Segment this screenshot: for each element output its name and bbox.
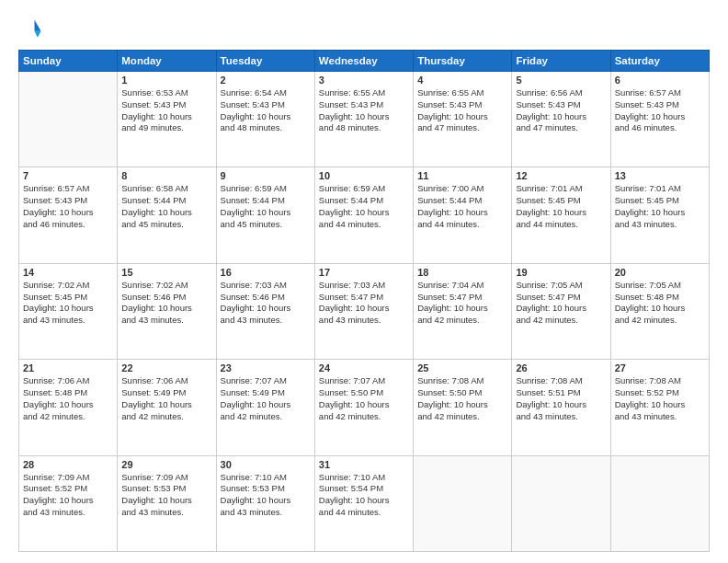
day-number: 3 xyxy=(319,75,409,86)
calendar-cell: 26Sunrise: 7:08 AMSunset: 5:51 PMDayligh… xyxy=(512,360,610,455)
day-number: 21 xyxy=(23,362,113,373)
svg-marker-2 xyxy=(35,31,41,38)
calendar-cell: 7Sunrise: 6:57 AMSunset: 5:43 PMDaylight… xyxy=(19,167,118,263)
day-info: Sunrise: 7:06 AMSunset: 5:49 PMDaylight:… xyxy=(121,375,211,422)
day-number: 1 xyxy=(121,75,211,86)
header xyxy=(18,17,710,42)
day-info: Sunrise: 7:01 AMSunset: 5:45 PMDaylight:… xyxy=(615,183,705,230)
day-info: Sunrise: 7:08 AMSunset: 5:50 PMDaylight:… xyxy=(417,375,507,422)
day-info: Sunrise: 7:08 AMSunset: 5:51 PMDaylight:… xyxy=(516,375,606,422)
calendar-cell: 17Sunrise: 7:03 AMSunset: 5:47 PMDayligh… xyxy=(314,263,413,359)
day-number: 14 xyxy=(23,267,113,278)
day-number: 9 xyxy=(221,170,311,181)
calendar-cell: 5Sunrise: 6:56 AMSunset: 5:43 PMDaylight… xyxy=(512,72,610,167)
day-info: Sunrise: 6:55 AMSunset: 5:43 PMDaylight:… xyxy=(417,87,507,134)
day-number: 26 xyxy=(516,362,606,373)
calendar-cell: 14Sunrise: 7:02 AMSunset: 5:45 PMDayligh… xyxy=(19,263,118,359)
day-number: 19 xyxy=(516,267,606,278)
day-info: Sunrise: 7:05 AMSunset: 5:47 PMDaylight:… xyxy=(516,280,606,327)
day-info: Sunrise: 6:59 AMSunset: 5:44 PMDaylight:… xyxy=(319,183,409,230)
calendar-cell xyxy=(610,455,709,551)
calendar-cell: 1Sunrise: 6:53 AMSunset: 5:43 PMDaylight… xyxy=(118,72,216,167)
day-number: 5 xyxy=(516,75,606,86)
calendar-cell: 20Sunrise: 7:05 AMSunset: 5:48 PMDayligh… xyxy=(610,263,709,359)
day-info: Sunrise: 7:01 AMSunset: 5:45 PMDaylight:… xyxy=(516,183,606,230)
week-row-3: 21Sunrise: 7:06 AMSunset: 5:48 PMDayligh… xyxy=(19,360,710,455)
day-number: 2 xyxy=(221,75,311,86)
logo xyxy=(18,17,48,42)
weekday-header-tuesday: Tuesday xyxy=(216,51,314,72)
day-number: 20 xyxy=(615,267,705,278)
day-info: Sunrise: 7:10 AMSunset: 5:53 PMDaylight:… xyxy=(221,472,311,519)
svg-marker-1 xyxy=(35,20,41,31)
day-info: Sunrise: 7:00 AMSunset: 5:44 PMDaylight:… xyxy=(417,183,507,230)
day-info: Sunrise: 7:07 AMSunset: 5:49 PMDaylight:… xyxy=(221,375,311,422)
day-number: 15 xyxy=(121,267,211,278)
calendar-cell: 10Sunrise: 6:59 AMSunset: 5:44 PMDayligh… xyxy=(314,167,413,263)
calendar-cell: 16Sunrise: 7:03 AMSunset: 5:46 PMDayligh… xyxy=(216,263,314,359)
day-number: 8 xyxy=(121,170,211,181)
day-number: 4 xyxy=(417,75,507,86)
calendar-cell: 27Sunrise: 7:08 AMSunset: 5:52 PMDayligh… xyxy=(610,360,709,455)
calendar-cell: 3Sunrise: 6:55 AMSunset: 5:43 PMDaylight… xyxy=(314,72,413,167)
day-number: 23 xyxy=(221,362,311,373)
day-info: Sunrise: 7:03 AMSunset: 5:47 PMDaylight:… xyxy=(319,280,409,327)
calendar-cell: 19Sunrise: 7:05 AMSunset: 5:47 PMDayligh… xyxy=(512,263,610,359)
calendar-cell: 4Sunrise: 6:55 AMSunset: 5:43 PMDaylight… xyxy=(414,72,512,167)
day-info: Sunrise: 6:57 AMSunset: 5:43 PMDaylight:… xyxy=(615,87,705,134)
calendar-cell: 12Sunrise: 7:01 AMSunset: 5:45 PMDayligh… xyxy=(512,167,610,263)
logo-icon xyxy=(18,17,44,42)
day-info: Sunrise: 7:03 AMSunset: 5:46 PMDaylight:… xyxy=(221,280,311,327)
day-info: Sunrise: 6:53 AMSunset: 5:43 PMDaylight:… xyxy=(121,87,211,134)
day-number: 30 xyxy=(221,459,311,470)
day-info: Sunrise: 7:08 AMSunset: 5:52 PMDaylight:… xyxy=(615,375,705,422)
calendar-cell: 18Sunrise: 7:04 AMSunset: 5:47 PMDayligh… xyxy=(414,263,512,359)
weekday-header-thursday: Thursday xyxy=(414,51,512,72)
day-number: 18 xyxy=(417,267,507,278)
weekday-header-wednesday: Wednesday xyxy=(314,51,413,72)
calendar-cell: 29Sunrise: 7:09 AMSunset: 5:53 PMDayligh… xyxy=(118,455,216,551)
calendar-cell: 21Sunrise: 7:06 AMSunset: 5:48 PMDayligh… xyxy=(19,360,118,455)
day-info: Sunrise: 6:57 AMSunset: 5:43 PMDaylight:… xyxy=(23,183,113,230)
calendar-cell: 13Sunrise: 7:01 AMSunset: 5:45 PMDayligh… xyxy=(610,167,709,263)
day-info: Sunrise: 7:09 AMSunset: 5:53 PMDaylight:… xyxy=(121,472,211,519)
day-info: Sunrise: 6:59 AMSunset: 5:44 PMDaylight:… xyxy=(221,183,311,230)
day-number: 10 xyxy=(319,170,409,181)
svg-rect-0 xyxy=(18,17,44,42)
calendar-cell: 31Sunrise: 7:10 AMSunset: 5:54 PMDayligh… xyxy=(314,455,413,551)
calendar-cell xyxy=(19,72,118,167)
weekday-header-monday: Monday xyxy=(118,51,216,72)
page: SundayMondayTuesdayWednesdayThursdayFrid… xyxy=(0,0,728,563)
calendar-cell: 9Sunrise: 6:59 AMSunset: 5:44 PMDaylight… xyxy=(216,167,314,263)
day-info: Sunrise: 7:02 AMSunset: 5:45 PMDaylight:… xyxy=(23,280,113,327)
calendar-cell: 25Sunrise: 7:08 AMSunset: 5:50 PMDayligh… xyxy=(414,360,512,455)
day-number: 29 xyxy=(121,459,211,470)
calendar-cell: 11Sunrise: 7:00 AMSunset: 5:44 PMDayligh… xyxy=(414,167,512,263)
day-number: 7 xyxy=(23,170,113,181)
day-number: 28 xyxy=(23,459,113,470)
day-number: 22 xyxy=(121,362,211,373)
day-info: Sunrise: 7:05 AMSunset: 5:48 PMDaylight:… xyxy=(615,280,705,327)
calendar-cell: 15Sunrise: 7:02 AMSunset: 5:46 PMDayligh… xyxy=(118,263,216,359)
day-number: 16 xyxy=(221,267,311,278)
day-info: Sunrise: 7:09 AMSunset: 5:52 PMDaylight:… xyxy=(23,472,113,519)
week-row-0: 1Sunrise: 6:53 AMSunset: 5:43 PMDaylight… xyxy=(19,72,710,167)
weekday-header-friday: Friday xyxy=(512,51,610,72)
day-info: Sunrise: 7:04 AMSunset: 5:47 PMDaylight:… xyxy=(417,280,507,327)
day-info: Sunrise: 6:55 AMSunset: 5:43 PMDaylight:… xyxy=(319,87,409,134)
day-number: 11 xyxy=(417,170,507,181)
day-number: 12 xyxy=(516,170,606,181)
day-number: 31 xyxy=(319,459,409,470)
weekday-header-sunday: Sunday xyxy=(19,51,118,72)
day-number: 27 xyxy=(615,362,705,373)
calendar-cell: 2Sunrise: 6:54 AMSunset: 5:43 PMDaylight… xyxy=(216,72,314,167)
day-number: 17 xyxy=(319,267,409,278)
day-number: 6 xyxy=(615,75,705,86)
day-info: Sunrise: 7:07 AMSunset: 5:50 PMDaylight:… xyxy=(319,375,409,422)
day-info: Sunrise: 6:54 AMSunset: 5:43 PMDaylight:… xyxy=(221,87,311,134)
calendar-cell: 6Sunrise: 6:57 AMSunset: 5:43 PMDaylight… xyxy=(610,72,709,167)
calendar-cell: 28Sunrise: 7:09 AMSunset: 5:52 PMDayligh… xyxy=(19,455,118,551)
calendar-cell: 24Sunrise: 7:07 AMSunset: 5:50 PMDayligh… xyxy=(314,360,413,455)
day-info: Sunrise: 6:56 AMSunset: 5:43 PMDaylight:… xyxy=(516,87,606,134)
day-number: 13 xyxy=(615,170,705,181)
